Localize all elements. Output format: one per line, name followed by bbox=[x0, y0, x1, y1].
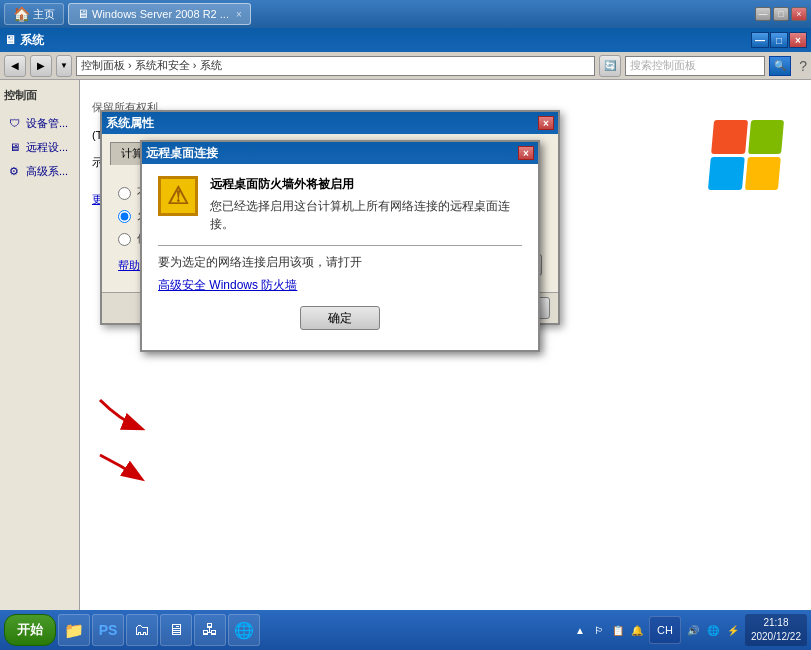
remote-dialog-close-btn[interactable]: × bbox=[518, 146, 534, 160]
content-area: 控制面 🛡 设备管... 🖥 远程设... ⚙ 高级系... bbox=[0, 80, 811, 610]
taskbar-icon-network[interactable]: 🌐 bbox=[228, 614, 260, 646]
main-window: 🖥 系统 — □ × ◀ ▶ ▼ 控制面板 › 系统和安全 › 系统 🔄 搜索控… bbox=[0, 28, 811, 610]
clock-date: 2020/12/22 bbox=[751, 630, 801, 644]
home-tab-label: 主页 bbox=[33, 7, 55, 22]
sidebar: 控制面 🛡 设备管... 🖥 远程设... ⚙ 高级系... bbox=[0, 80, 80, 610]
tray-bell-icon: 🔔 bbox=[629, 622, 645, 638]
ok-btn-container: 确定 bbox=[158, 306, 522, 330]
logo-q3 bbox=[708, 157, 744, 191]
radio-1[interactable] bbox=[118, 187, 131, 200]
taskbar-icon-computer[interactable]: 🖥 bbox=[160, 614, 192, 646]
remote-settings-icon: 🖥 bbox=[6, 139, 22, 155]
computer-icon: 🖥 bbox=[168, 621, 184, 639]
taskbar-icon-powershell[interactable]: PS bbox=[92, 614, 124, 646]
folder-icon: 🗂 bbox=[134, 621, 150, 639]
advanced-settings-icon: ⚙ bbox=[6, 163, 22, 179]
start-button[interactable]: 开始 bbox=[4, 614, 56, 646]
search-placeholder: 搜索控制面板 bbox=[630, 58, 696, 73]
sys-props-title: 系统属性 bbox=[106, 115, 154, 132]
taskbar-bottom: 开始 📁 PS 🗂 🖥 🖧 🌐 ▲ 🏳 📋 🔔 CH 🔊 🌐 ⚡ 21:18 bbox=[0, 610, 811, 650]
warning-text-block: 远程桌面防火墙外将被启用 您已经选择启用这台计算机上所有网络连接的远程桌面连接。 bbox=[210, 176, 522, 233]
taskbar-icon-server[interactable]: 🖧 bbox=[194, 614, 226, 646]
window-icon: 🖥 bbox=[4, 33, 16, 47]
win-close-btn[interactable]: × bbox=[789, 32, 807, 48]
warning-section: ⚠ 远程桌面防火墙外将被启用 您已经选择启用这台计算机上所有网络连接的远程桌面连… bbox=[158, 176, 522, 233]
logo-q2 bbox=[748, 120, 784, 154]
server-tab-close[interactable]: × bbox=[236, 9, 242, 20]
main-content: 保留所有权利。 (TM) i7-7700HQ CPU @ 2.80GHz 2.8… bbox=[80, 80, 811, 610]
logo-q1 bbox=[711, 120, 747, 154]
tray-flag-icon: 🏳 bbox=[591, 622, 607, 638]
tray-flag2-icon: 📋 bbox=[610, 622, 626, 638]
explorer-icon: 📁 bbox=[64, 621, 84, 640]
sys-props-close-btn[interactable]: × bbox=[538, 116, 554, 130]
radio-2[interactable] bbox=[118, 210, 131, 223]
warning-title: 远程桌面防火墙外将被启用 bbox=[210, 176, 522, 193]
sidebar-item-advanced[interactable]: ⚙ 高级系... bbox=[4, 159, 75, 183]
minimize-btn[interactable]: — bbox=[755, 7, 771, 21]
network-tray-icon[interactable]: 🌐 bbox=[705, 622, 721, 638]
network-icon: 🌐 bbox=[234, 621, 254, 640]
radio-3[interactable] bbox=[118, 233, 131, 246]
warning-body: 您已经选择启用这台计算机上所有网络连接的远程桌面连接。 bbox=[210, 197, 522, 233]
window-controls: — □ × bbox=[755, 7, 807, 21]
firewall-link[interactable]: 高级安全 Windows 防火墙 bbox=[158, 277, 297, 294]
notify-area: CH bbox=[649, 616, 681, 644]
server-tab[interactable]: 🖥 Windows Server 2008 R2 ... × bbox=[68, 3, 251, 25]
restore-btn[interactable]: □ bbox=[773, 7, 789, 21]
power-icon[interactable]: ⚡ bbox=[725, 622, 741, 638]
close-top-btn[interactable]: × bbox=[791, 7, 807, 21]
window-titlebar: 🖥 系统 — □ × bbox=[0, 28, 811, 52]
lang-button[interactable]: CH bbox=[654, 624, 676, 636]
red-arrow-2 bbox=[90, 450, 150, 490]
win-restore-btn[interactable]: □ bbox=[770, 32, 788, 48]
inner-ok-btn[interactable]: 确定 bbox=[300, 306, 380, 330]
advanced-settings-label: 高级系... bbox=[26, 164, 68, 179]
search-field[interactable]: 搜索控制面板 bbox=[625, 56, 765, 76]
server-icon: 🖧 bbox=[202, 621, 218, 639]
help-btn[interactable]: ? bbox=[799, 58, 807, 74]
tray-icons: ▲ 🏳 📋 🔔 bbox=[572, 622, 645, 638]
sys-props-titlebar: 系统属性 × bbox=[102, 112, 558, 134]
taskbar-icon-folder[interactable]: 🗂 bbox=[126, 614, 158, 646]
home-tab[interactable]: 🏠 主页 bbox=[4, 3, 64, 25]
win-minimize-btn[interactable]: — bbox=[751, 32, 769, 48]
address-text: 控制面板 › 系统和安全 › 系统 bbox=[81, 58, 222, 73]
logo-q4 bbox=[744, 157, 780, 191]
titlebar-controls: — □ × bbox=[751, 32, 807, 48]
time-display: 21:18 2020/12/22 bbox=[745, 614, 807, 646]
warning-icon: ⚠ bbox=[158, 176, 198, 216]
forward-btn[interactable]: ▶ bbox=[30, 55, 52, 77]
inner-ok-label: 确定 bbox=[328, 310, 352, 327]
window-title: 系统 bbox=[20, 32, 44, 49]
search-btn[interactable]: 🔍 bbox=[769, 56, 791, 76]
system-tray: ▲ 🏳 📋 🔔 CH 🔊 🌐 ⚡ 21:18 2020/12/22 bbox=[572, 614, 807, 646]
remote-connection-dialog: 远程桌面连接 × ⚠ 远程桌面防火墙外将被启用 您已经选择启用这台计算机上所有网… bbox=[140, 140, 540, 352]
device-manager-label: 设备管... bbox=[26, 116, 68, 131]
tray-up-icon: ▲ bbox=[572, 622, 588, 638]
remote-dialog-titlebar: 远程桌面连接 × bbox=[142, 142, 538, 164]
remote-dialog-body: ⚠ 远程桌面防火墙外将被启用 您已经选择启用这台计算机上所有网络连接的远程桌面连… bbox=[142, 164, 538, 350]
separator-1 bbox=[158, 245, 522, 246]
remote-dialog-title: 远程桌面连接 bbox=[146, 145, 218, 162]
top-taskbar-right: — □ × bbox=[755, 7, 807, 21]
server-tab-label: Windows Server 2008 R2 ... bbox=[92, 8, 229, 20]
sidebar-title: 控制面 bbox=[4, 88, 75, 103]
windows-logo bbox=[711, 120, 791, 200]
red-arrow-1 bbox=[90, 390, 150, 440]
back-btn[interactable]: ◀ bbox=[4, 55, 26, 77]
top-taskbar: 🏠 主页 🖥 Windows Server 2008 R2 ... × — □ … bbox=[0, 0, 811, 28]
refresh-btn[interactable]: 🔄 bbox=[599, 55, 621, 77]
sidebar-item-remote[interactable]: 🖥 远程设... bbox=[4, 135, 75, 159]
open-label: 要为选定的网络连接启用该项，请打开 bbox=[158, 254, 522, 271]
start-label: 开始 bbox=[17, 621, 43, 639]
speaker-icon[interactable]: 🔊 bbox=[685, 622, 701, 638]
remote-settings-label: 远程设... bbox=[26, 140, 68, 155]
sidebar-item-device[interactable]: 🛡 设备管... bbox=[4, 111, 75, 135]
clock-time: 21:18 bbox=[751, 616, 801, 630]
taskbar-icon-explorer[interactable]: 📁 bbox=[58, 614, 90, 646]
device-manager-icon: 🛡 bbox=[6, 115, 22, 131]
powershell-icon: PS bbox=[99, 622, 118, 638]
address-field[interactable]: 控制面板 › 系统和安全 › 系统 bbox=[76, 56, 595, 76]
dropdown-btn[interactable]: ▼ bbox=[56, 55, 72, 77]
